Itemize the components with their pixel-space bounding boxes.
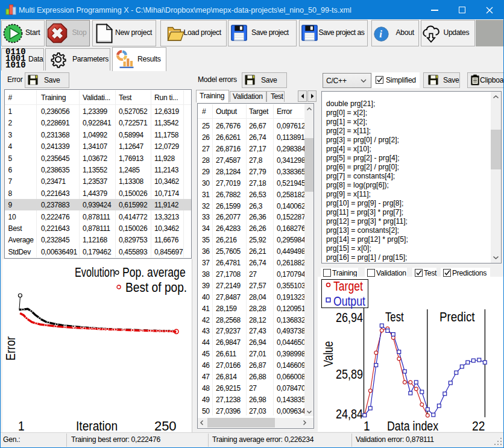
svg-text:i: i [379,28,382,40]
